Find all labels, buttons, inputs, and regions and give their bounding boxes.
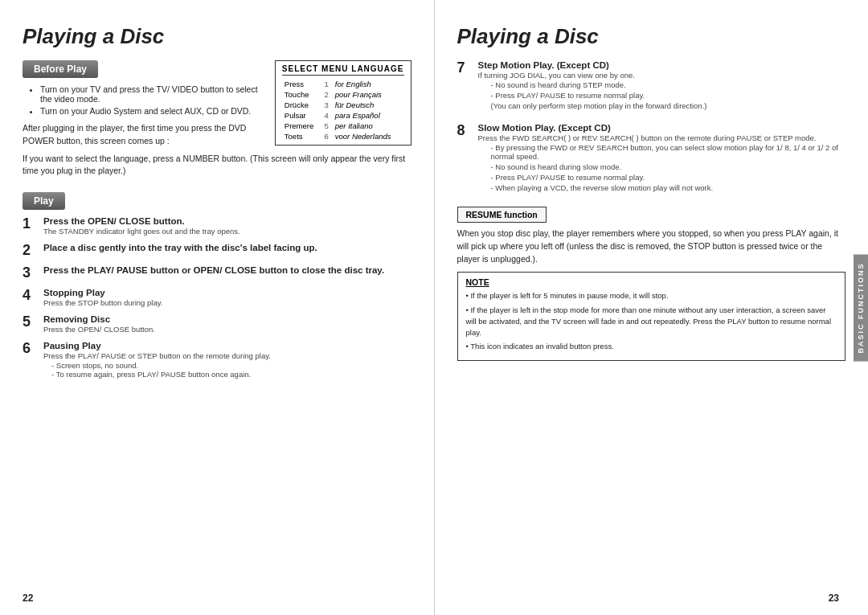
select-menu-table: Press1for EnglishTouche2pour FrançaisDrü…	[282, 79, 404, 141]
play-items: 1Press the OPEN/ CLOSE button.The STANDB…	[23, 216, 411, 379]
before-play-section: SELECT MENU LANGUAGE Press1for EnglishTo…	[23, 60, 411, 182]
list-item: Touche2pour Français	[282, 89, 404, 100]
page-number-left: 22	[23, 592, 33, 604]
left-page-title: Playing a Disc	[23, 24, 411, 49]
functions-tab: BASIC FUNCTIONS	[854, 254, 868, 361]
list-item: 7 Step Motion Play. (Except CD)If turnin…	[457, 60, 846, 112]
note-title: NOTE	[466, 277, 837, 287]
list-item: • If the player is left for 5 minutes in…	[466, 290, 837, 301]
list-item: 5Removing DiscPress the OPEN/ CLOSE butt…	[23, 314, 411, 334]
list-item: Pulsar4para Español	[282, 110, 404, 121]
left-page: Playing a Disc SELECT MENU LANGUAGE Pres…	[0, 0, 435, 615]
before-play-header: Before Play	[23, 60, 98, 78]
list-item: Drücke3für Deutsch	[282, 100, 404, 110]
list-item: 4Stopping PlayPress the STOP button duri…	[23, 288, 411, 308]
resume-header: RESUME function	[457, 207, 547, 223]
list-item: Premere5per Italiano	[282, 121, 404, 131]
right-page: Playing a Disc 7 Step Motion Play. (Exce…	[435, 0, 869, 615]
resume-section: RESUME function When you stop disc play,…	[457, 207, 846, 265]
list-item: 3Press the PLAY/ PAUSE button or OPEN/ C…	[23, 265, 411, 281]
list-item: 1Press the OPEN/ CLOSE button.The STANDB…	[23, 216, 411, 236]
list-item: 2Place a disc gently into the tray with …	[23, 243, 411, 259]
resume-text: When you stop disc play, the player reme…	[457, 228, 846, 265]
list-item: Toets6voor Nederlands	[282, 131, 404, 141]
list-item: • If the player is left in the stop mode…	[466, 305, 837, 339]
note-section: NOTE • If the player is left for 5 minut…	[457, 272, 846, 360]
play-header: Play	[23, 192, 65, 210]
play-section: Play 1Press the OPEN/ CLOSE button.The S…	[23, 192, 411, 379]
right-page-title: Playing a Disc	[457, 24, 846, 49]
list-item: 6Pausing PlayPress the PLAY/ PAUSE or ST…	[23, 341, 411, 379]
page-number-right: 23	[829, 592, 839, 604]
before-play-para2: If you want to select the language, pres…	[23, 153, 411, 178]
note-bullets: • If the player is left for 5 minutes in…	[466, 290, 837, 352]
list-item: • This icon indicates an invalid button …	[466, 341, 837, 352]
select-menu-title: SELECT MENU LANGUAGE	[282, 64, 404, 76]
select-menu-box: SELECT MENU LANGUAGE Press1for EnglishTo…	[275, 60, 411, 146]
list-item: Press1for English	[282, 79, 404, 89]
list-item: 8 Slow Motion Play. (Except CD)Press the…	[457, 123, 846, 194]
right-steps: 7 Step Motion Play. (Except CD)If turnin…	[457, 60, 846, 194]
